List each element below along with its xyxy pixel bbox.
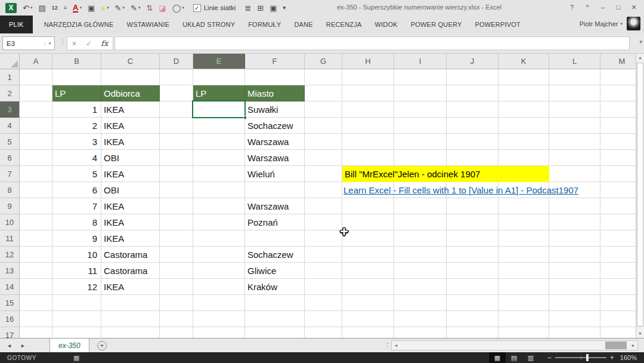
cell-L5[interactable] <box>549 134 600 150</box>
cancel-icon[interactable]: × <box>72 39 77 48</box>
cell-I11[interactable] <box>394 230 447 247</box>
add-sheet-icon[interactable]: + <box>97 341 107 350</box>
avatar[interactable] <box>627 17 640 30</box>
cell-B6[interactable]: 4 <box>52 150 101 166</box>
prev-sheet-icon[interactable]: ◄ <box>7 343 12 349</box>
cell-E15[interactable] <box>193 295 245 311</box>
cell-H10[interactable] <box>342 214 394 230</box>
cell-C3[interactable]: IKEA <box>101 101 160 118</box>
cell-F13[interactable]: Gliwice <box>245 263 305 279</box>
cell-H17[interactable] <box>342 327 394 338</box>
row-header-11[interactable]: 11 <box>0 230 20 247</box>
cell-K3[interactable] <box>499 101 549 118</box>
cell-J15[interactable] <box>447 295 499 311</box>
cell-H1[interactable] <box>342 69 394 85</box>
cell-I4[interactable] <box>394 118 447 134</box>
column-header-A[interactable]: A <box>20 54 52 69</box>
cell-L3[interactable] <box>549 101 600 118</box>
formula-bar-expand-icon[interactable]: ▾ <box>639 39 642 45</box>
cell-D11[interactable] <box>160 230 193 247</box>
document-list-icon[interactable]: ≣ <box>244 4 251 12</box>
cell-L9[interactable] <box>549 198 600 214</box>
ribbon-tab-power-query[interactable]: POWER QUERY <box>404 16 469 33</box>
cell-B14[interactable]: 12 <box>52 279 101 295</box>
gridlines-checkbox[interactable]: ✓ Linie siatki <box>193 4 236 12</box>
column-header-F[interactable]: F <box>245 54 305 69</box>
cell-F6[interactable]: Warszawa <box>245 150 305 166</box>
cell-C6[interactable]: OBI <box>101 150 160 166</box>
paste-icon[interactable]: ▣ <box>88 4 95 12</box>
user-account[interactable]: Piotr Majcher ▾ <box>580 17 640 30</box>
cell-L6[interactable] <box>549 150 600 166</box>
zoom-in-icon[interactable]: + <box>610 353 614 362</box>
cell-G10[interactable] <box>305 214 342 230</box>
cell-G4[interactable] <box>305 118 342 134</box>
cell-B17[interactable] <box>52 327 101 338</box>
cell-A6[interactable] <box>20 150 52 166</box>
horizontal-scrollbar[interactable]: ◄ ► <box>391 340 638 350</box>
cell-A1[interactable] <box>20 69 52 85</box>
cell-F1[interactable] <box>245 69 305 85</box>
cell-J12[interactable] <box>447 247 499 263</box>
org-chart-icon[interactable]: ⊞ <box>257 4 264 12</box>
cell-E16[interactable] <box>193 311 245 327</box>
insert-function-icon[interactable]: fx <box>101 39 108 48</box>
cell-H11[interactable] <box>342 230 394 247</box>
cell-A10[interactable] <box>20 214 52 230</box>
cell-J17[interactable] <box>447 327 499 338</box>
cell-A3[interactable] <box>20 101 52 118</box>
cell-B10[interactable]: 8 <box>52 214 101 230</box>
cell-F12[interactable]: Sochaczew <box>245 247 305 263</box>
cell-G5[interactable] <box>305 134 342 150</box>
cell-K17[interactable] <box>499 327 549 338</box>
number-format-icon[interactable]: 12 <box>52 5 58 11</box>
row-header-8[interactable]: 8 <box>0 182 20 198</box>
dropdown-caret-icon[interactable]: ▾ <box>107 5 109 10</box>
zoom-slider[interactable] <box>555 357 606 358</box>
eraser-icon[interactable]: ◪ <box>159 4 166 12</box>
column-header-C[interactable]: C <box>101 54 160 69</box>
cell-B5[interactable]: 3 <box>52 134 101 150</box>
cell-E11[interactable] <box>193 230 245 247</box>
column-header-D[interactable]: D <box>160 54 193 69</box>
cell-I17[interactable] <box>394 327 447 338</box>
window-icon[interactable]: ▣ <box>270 4 277 12</box>
cell-C13[interactable]: Castorama <box>101 263 160 279</box>
cell-A12[interactable] <box>20 247 52 263</box>
column-header-B[interactable]: B <box>52 54 101 69</box>
scroll-right-icon[interactable]: ► <box>629 341 637 350</box>
cell-F10[interactable]: Poznań <box>245 214 305 230</box>
cell-J2[interactable] <box>447 85 499 101</box>
tab-scroll-divider[interactable]: ⋮ <box>384 342 391 349</box>
cell-I6[interactable] <box>394 150 447 166</box>
cell-C11[interactable]: IKEA <box>101 230 160 247</box>
cell-G11[interactable] <box>305 230 342 247</box>
next-sheet-icon[interactable]: ► <box>20 343 26 349</box>
cell-J11[interactable] <box>447 230 499 247</box>
qat-overflow-icon[interactable]: ▾ <box>283 5 286 11</box>
edit-comment-icon[interactable]: ✎▾ <box>131 4 140 12</box>
restore-icon[interactable]: □ <box>611 2 626 13</box>
row-header-17[interactable]: 17 <box>0 327 20 338</box>
formula-input[interactable] <box>114 36 630 50</box>
cell-F7[interactable]: Wieluń <box>245 166 305 182</box>
row-header-6[interactable]: 6 <box>0 150 20 166</box>
cell-F5[interactable]: Warszawa <box>245 134 305 150</box>
cell-D17[interactable] <box>160 327 193 338</box>
cell-G8[interactable] <box>305 182 342 198</box>
cell-C10[interactable]: IKEA <box>101 214 160 230</box>
cell-E13[interactable] <box>193 263 245 279</box>
cell-I13[interactable] <box>394 263 447 279</box>
cell-B15[interactable] <box>52 295 101 311</box>
cell-J6[interactable] <box>447 150 499 166</box>
row-header-1[interactable]: 1 <box>0 69 20 85</box>
cell-F4[interactable]: Sochaczew <box>245 118 305 134</box>
cell-J3[interactable] <box>447 101 499 118</box>
cell-J1[interactable] <box>447 69 499 85</box>
cell-C7[interactable]: IKEA <box>101 166 160 182</box>
cell-I5[interactable] <box>394 134 447 150</box>
column-header-I[interactable]: I <box>394 54 447 69</box>
help-icon[interactable]: ? <box>564 2 580 13</box>
cell-C5[interactable]: IKEA <box>101 134 160 150</box>
cell-F3[interactable]: Suwałki <box>245 101 305 118</box>
